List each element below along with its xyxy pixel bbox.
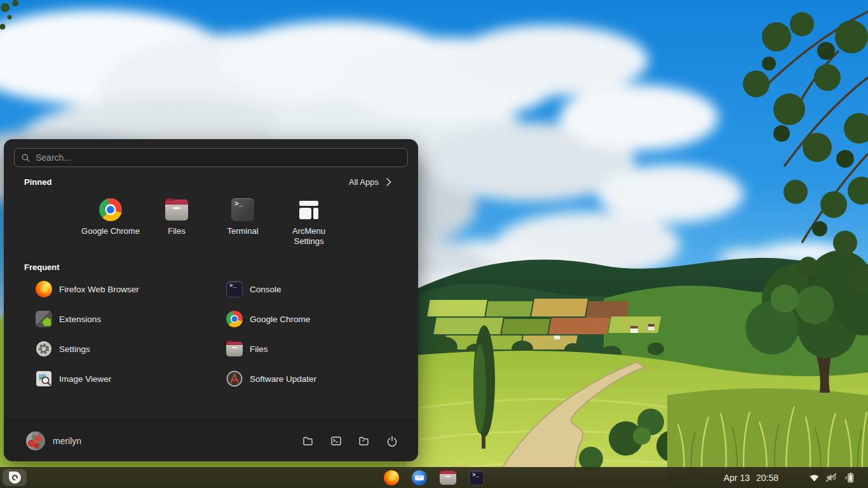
files-taskbar-icon[interactable] [440,470,456,485]
search-bar[interactable] [14,148,408,167]
power-button[interactable] [381,430,403,452]
pinned-app-label: Terminal [227,226,258,236]
frequent-app-label: Console [250,285,281,294]
firefox-taskbar-icon[interactable] [384,470,399,485]
image-viewer-icon [36,370,52,387]
frequent-app-label: Google Chrome [250,315,310,324]
software-updater-icon [226,370,243,387]
files-icon [226,341,243,357]
frequent-app-label: Firefox Web Browser [59,285,139,294]
pinned-grid: Google Chrome Files >_ Terminal ArcMenu … [78,194,344,251]
clock[interactable]: Apr 13 20:58 [720,471,782,484]
taskbar-apps: >_ [384,467,484,488]
avatar [26,431,45,451]
thunderbird-taskbar-icon[interactable] [412,470,427,485]
frequent-app-label: Settings [59,344,90,354]
quick-settings[interactable] [806,470,858,485]
system-status-area: Apr 13 20:58 [720,467,858,488]
pinned-header: Pinned [24,177,51,187]
frequent-app-label: Extensions [59,315,101,324]
frequent-app-files[interactable]: Files [224,334,414,364]
settings-gear-icon [36,341,52,357]
pinned-app-arcmenu-settings[interactable]: ArcMenu Settings [276,194,341,251]
volume-muted-icon [825,473,837,482]
menu-footer: merilyn [4,420,418,461]
console-icon: >_ [226,281,243,297]
pinned-app-label: Files [168,226,185,236]
date-label: Apr 13 [724,473,750,483]
frequent-app-settings[interactable]: Settings [33,334,224,364]
username: merilyn [53,436,81,446]
frequent-app-software-updater[interactable]: Software Updater [224,364,414,394]
arcmenu-logo-icon [8,471,22,484]
arcmenu-settings-icon [297,198,320,221]
arcmenu-button[interactable] [3,469,27,486]
arcmenu-popup: Pinned All Apps Google Chrome Files >_ T… [4,139,418,461]
frequent-app-label: Files [250,344,268,354]
pinned-app-label: ArcMenu Settings [278,226,339,247]
folder-shortcut-2[interactable] [353,430,375,452]
extensions-icon [36,311,52,327]
user-button[interactable]: merilyn [24,430,88,452]
chrome-icon [226,311,243,327]
frequent-app-google-chrome[interactable]: Google Chrome [224,304,414,334]
pinned-app-files[interactable]: Files [144,194,209,251]
pinned-app-label: Google Chrome [81,226,140,236]
folder-icon [302,435,315,447]
battery-charging-icon [843,471,855,484]
terminal-icon: >_ [231,198,254,221]
all-apps-label: All Apps [349,177,379,187]
firefox-icon [36,281,52,297]
terminal-outline-icon [330,435,342,447]
power-icon [386,435,398,447]
search-input[interactable] [36,152,401,163]
frequent-app-console[interactable]: >_ Console [224,274,414,304]
pinned-app-google-chrome[interactable]: Google Chrome [78,194,143,251]
chrome-icon [99,198,122,221]
taskbar-panel: >_ Apr 13 20:58 [0,467,868,488]
frequent-app-firefox[interactable]: Firefox Web Browser [33,274,224,304]
frequent-grid: Firefox Web Browser >_ Console Extension… [33,274,418,394]
frequent-app-label: Software Updater [250,374,316,384]
terminal-taskbar-icon[interactable]: >_ [469,470,484,485]
frequent-header: Frequent [24,262,60,272]
frequent-app-label: Image Viewer [59,374,111,384]
terminal-shortcut[interactable] [325,430,347,452]
frequent-app-extensions[interactable]: Extensions [33,304,224,334]
search-icon [21,153,31,163]
all-apps-button[interactable]: All Apps [349,177,391,187]
footer-shortcuts [297,430,403,452]
folder-icon [358,435,370,447]
chevron-right-icon [386,178,391,186]
folder-shortcut-1[interactable] [297,430,319,452]
frequent-app-image-viewer[interactable]: Image Viewer [33,364,224,394]
pinned-app-terminal[interactable]: >_ Terminal [210,194,275,251]
files-icon [165,198,188,221]
wifi-icon [809,473,820,482]
time-label: 20:58 [756,473,778,483]
